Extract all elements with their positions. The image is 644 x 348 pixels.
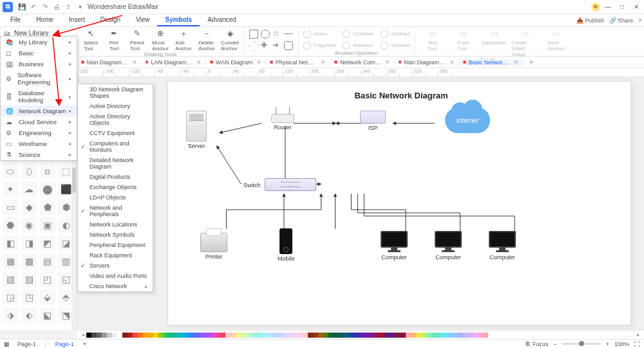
save-symbol[interactable]: ▭SaveSymbol bbox=[542, 28, 569, 51]
palette-shape[interactable]: ⬕ bbox=[40, 307, 56, 323]
lib-sub-digital-products[interactable]: Digital Products bbox=[78, 172, 153, 182]
palette-shape[interactable]: ▧ bbox=[3, 271, 19, 287]
color-swatch[interactable] bbox=[380, 333, 385, 338]
qat-save-icon[interactable]: 💾 bbox=[18, 3, 26, 11]
status-add-page[interactable]: ＋ bbox=[82, 340, 88, 348]
shape-circle[interactable] bbox=[261, 30, 270, 39]
color-swatch[interactable] bbox=[133, 333, 138, 338]
tab-close-icon[interactable]: ✕ bbox=[321, 59, 326, 66]
lib-sub-network-locations[interactable]: Network Locations bbox=[78, 219, 153, 230]
color-swatch[interactable] bbox=[437, 333, 442, 338]
lib-cat-software-engineering[interactable]: ⚙Software Engineering▸ bbox=[1, 69, 77, 87]
lib-sub-video-and-audio-ports[interactable]: Video and Audio Ports bbox=[78, 271, 153, 281]
color-swatch[interactable] bbox=[473, 333, 478, 338]
router-node[interactable]: Router bbox=[271, 114, 294, 131]
color-swatch[interactable] bbox=[215, 333, 220, 338]
boolean-subtract[interactable]: ◯Subtract bbox=[380, 28, 410, 39]
color-swatch[interactable] bbox=[143, 333, 148, 338]
color-swatch[interactable] bbox=[416, 333, 421, 338]
pages-icon[interactable]: ▦ bbox=[4, 341, 10, 347]
palette-shape[interactable]: ◆ bbox=[21, 199, 37, 215]
color-swatch[interactable] bbox=[426, 333, 431, 338]
lib-cat-network-diagram[interactable]: 🌐Network Diagram▸ bbox=[1, 105, 77, 116]
color-swatch[interactable] bbox=[354, 333, 359, 338]
color-swatch[interactable] bbox=[122, 333, 128, 338]
printer-node[interactable]: Printer bbox=[200, 233, 227, 260]
doc-tab[interactable]: Network Com…✕ bbox=[330, 59, 395, 66]
fit-page-icon[interactable]: ⛶ bbox=[634, 341, 640, 347]
text-tool[interactable]: ▭TextTool bbox=[419, 28, 446, 51]
focus-mode-button[interactable]: ⦿ Focus bbox=[525, 341, 548, 347]
color-swatch[interactable] bbox=[483, 333, 488, 338]
lib-cat-cloud-service[interactable]: ☁Cloud Service▸ bbox=[1, 116, 77, 127]
tab-close-icon[interactable]: ✕ bbox=[132, 59, 137, 66]
palette-shape[interactable]: ⬣ bbox=[3, 217, 19, 233]
switch-node[interactable]: Switch bbox=[243, 178, 316, 191]
color-swatch[interactable] bbox=[220, 333, 225, 338]
doc-tab[interactable]: Physical Netwo…✕ bbox=[266, 59, 330, 66]
lib-cat-database-modeling[interactable]: 🗄Database Modeling▸ bbox=[1, 87, 77, 105]
lib-sub-exchange-objects[interactable]: Exchange Objects bbox=[78, 182, 153, 192]
menu-insert[interactable]: Insert bbox=[61, 14, 93, 26]
lib-sub-computers-and-monitors[interactable]: ✓Computers and Monitors bbox=[78, 138, 153, 155]
color-swatch[interactable] bbox=[267, 333, 272, 338]
color-swatch[interactable] bbox=[478, 333, 483, 338]
color-swatch[interactable] bbox=[282, 333, 287, 338]
color-swatch[interactable] bbox=[442, 333, 447, 338]
color-swatch[interactable] bbox=[411, 333, 416, 338]
lib-sub-cisco-network[interactable]: Cisco Network▸ bbox=[78, 281, 153, 291]
color-swatch[interactable] bbox=[287, 333, 292, 338]
palette-shape[interactable]: ✦ bbox=[3, 181, 19, 197]
create-smart-shape[interactable]: ▭CreateSmart Shape bbox=[511, 28, 538, 57]
shape-rounded[interactable] bbox=[284, 41, 293, 50]
palette-shape[interactable]: ⬗ bbox=[3, 307, 19, 323]
color-swatch[interactable] bbox=[128, 333, 133, 338]
color-swatch[interactable] bbox=[308, 333, 313, 338]
color-swatch[interactable] bbox=[107, 333, 112, 338]
doc-tab[interactable]: Man Diagram i…✕ bbox=[77, 59, 142, 66]
lib-cat-wireframe[interactable]: ▭Wireframe▸ bbox=[1, 138, 77, 149]
palette-shape[interactable]: ⬙ bbox=[40, 289, 56, 305]
color-swatch[interactable] bbox=[298, 333, 303, 338]
color-swatch[interactable] bbox=[339, 333, 344, 338]
palette-shape[interactable]: ◳ bbox=[21, 289, 37, 305]
pencil-tool[interactable]: ✎PencilTool bbox=[128, 28, 147, 51]
tab-close-icon[interactable]: ✕ bbox=[256, 59, 261, 66]
color-swatch[interactable] bbox=[349, 333, 354, 338]
color-swatch[interactable] bbox=[205, 333, 210, 338]
window-minimize-icon[interactable]: — bbox=[603, 3, 613, 10]
lib-sub-active-directory[interactable]: Active Directory bbox=[78, 101, 153, 111]
add-anchor[interactable]: ＋AddAnchor bbox=[174, 28, 193, 51]
color-swatch[interactable] bbox=[97, 333, 102, 338]
boolean-union[interactable]: ◯Union bbox=[303, 28, 336, 39]
doc-tab[interactable]: LAN-Diagram-T…✕ bbox=[142, 59, 206, 66]
color-swatch[interactable] bbox=[401, 333, 406, 338]
window-close-icon[interactable]: ✕ bbox=[631, 3, 641, 10]
palette-shape[interactable]: ◉ bbox=[21, 217, 37, 233]
color-swatch[interactable] bbox=[148, 333, 153, 338]
color-swatch[interactable] bbox=[462, 333, 468, 338]
lib-sub-active-directory-objects[interactable]: Active Directory Objects bbox=[78, 111, 153, 128]
color-swatch[interactable] bbox=[164, 333, 169, 338]
color-swatch[interactable] bbox=[323, 333, 328, 338]
boolean-intersect[interactable]: ◯Intersect bbox=[342, 40, 374, 50]
color-swatch[interactable] bbox=[313, 333, 318, 338]
color-swatch[interactable] bbox=[158, 333, 164, 338]
tab-close-icon[interactable]: ✕ bbox=[450, 59, 455, 66]
palette-shape[interactable]: ▨ bbox=[21, 271, 37, 287]
color-swatch[interactable] bbox=[112, 333, 117, 338]
shape-star[interactable] bbox=[272, 30, 281, 39]
user-avatar[interactable]: R bbox=[591, 3, 600, 12]
qat-print-icon[interactable]: 🖨 bbox=[53, 3, 61, 11]
tab-close-icon[interactable]: ✕ bbox=[385, 59, 390, 66]
shape-hexagon[interactable] bbox=[249, 41, 258, 50]
lib-sub-network-symbols[interactable]: Network Symbols bbox=[78, 230, 153, 240]
lib-sub-peripheral-equipment[interactable]: Peripheral Equipment bbox=[78, 240, 153, 250]
color-swatch[interactable] bbox=[236, 333, 241, 338]
color-swatch[interactable] bbox=[344, 333, 349, 338]
palette-shape[interactable]: ⬤ bbox=[40, 181, 56, 197]
status-page[interactable]: Page-1 bbox=[17, 341, 36, 347]
zoom-slider[interactable] bbox=[562, 343, 601, 345]
color-swatch[interactable] bbox=[225, 333, 231, 338]
move-anchor[interactable]: ⊕MoveAnchor bbox=[151, 28, 170, 51]
